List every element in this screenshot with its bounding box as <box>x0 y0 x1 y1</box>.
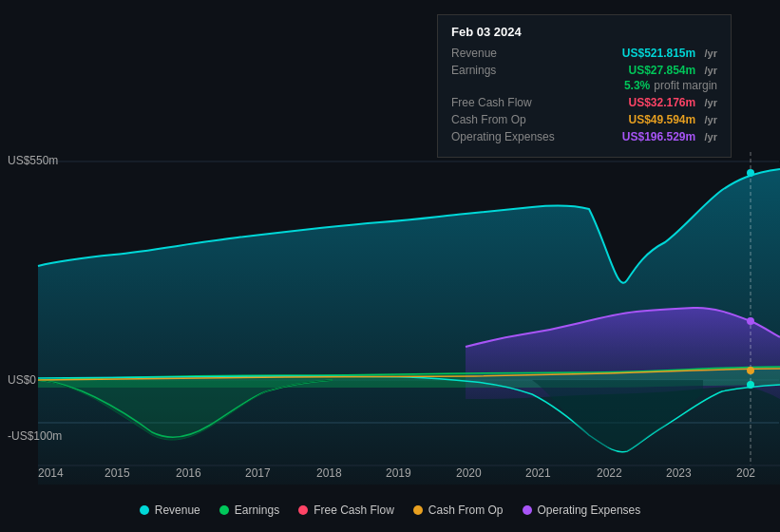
tooltip-row-earnings: Earnings US$27.854m /yr <box>451 64 717 77</box>
profit-margin-row: 5.3% profit margin <box>451 79 717 92</box>
legend-item-cashfromop[interactable]: Cash From Op <box>413 504 504 517</box>
chart-legend: Revenue Earnings Free Cash Flow Cash Fro… <box>0 504 780 517</box>
y-label-bot: -US$100m <box>8 429 62 443</box>
tooltip-label-fcf: Free Cash Flow <box>451 96 565 109</box>
tooltip-value-revenue: US$521.815m /yr <box>622 47 717 60</box>
legend-item-revenue[interactable]: Revenue <box>140 504 200 517</box>
legend-item-fcf[interactable]: Free Cash Flow <box>298 504 394 517</box>
legend-label-earnings: Earnings <box>235 504 279 517</box>
x-label-2024: 202 <box>736 466 755 480</box>
y-label-top: US$550m <box>8 154 58 167</box>
chart-container: US$550m US$0 -US$100m 2014 2015 2016 201… <box>0 0 780 532</box>
tooltip-label-revenue: Revenue <box>451 47 565 60</box>
tooltip-value-fcf: US$32.176m /yr <box>628 96 717 109</box>
x-label-2014: 2014 <box>38 466 64 480</box>
svg-point-5 <box>747 169 754 177</box>
x-label-2017: 2017 <box>245 466 271 480</box>
x-label-2023: 2023 <box>666 466 692 480</box>
tooltip-row-opexp: Operating Expenses US$196.529m /yr <box>451 130 717 143</box>
svg-point-6 <box>747 317 754 325</box>
legend-label-opexp: Operating Expenses <box>538 504 641 517</box>
legend-dot-revenue <box>140 505 149 515</box>
profit-margin-label: profit margin <box>654 79 717 92</box>
legend-label-fcf: Free Cash Flow <box>314 504 394 517</box>
tooltip-value-opexp: US$196.529m /yr <box>622 130 717 143</box>
tooltip-date: Feb 03 2024 <box>451 25 717 39</box>
x-label-2020: 2020 <box>456 466 482 480</box>
legend-label-revenue: Revenue <box>155 504 200 517</box>
tooltip-row-revenue: Revenue US$521.815m /yr <box>451 47 717 60</box>
legend-label-cashfromop: Cash From Op <box>428 504 504 517</box>
tooltip-value-cashfromop: US$49.594m /yr <box>628 113 717 126</box>
x-label-2022: 2022 <box>597 466 622 480</box>
x-label-2018: 2018 <box>316 466 342 480</box>
tooltip-label-opexp: Operating Expenses <box>451 130 565 143</box>
tooltip-value-earnings: US$27.854m /yr <box>628 64 717 77</box>
tooltip-label-cashfromop: Cash From Op <box>451 113 565 126</box>
x-label-2019: 2019 <box>386 466 411 480</box>
legend-item-opexp[interactable]: Operating Expenses <box>523 504 641 517</box>
legend-dot-opexp <box>523 505 532 515</box>
tooltip-label-earnings: Earnings <box>451 64 565 77</box>
tooltip-box: Feb 03 2024 Revenue US$521.815m /yr Earn… <box>437 14 732 158</box>
x-label-2015: 2015 <box>105 466 130 480</box>
legend-dot-earnings <box>219 505 229 515</box>
x-label-2016: 2016 <box>176 466 201 480</box>
tooltip-row-fcf: Free Cash Flow US$32.176m /yr <box>451 96 717 109</box>
legend-dot-cashfromop <box>413 505 423 515</box>
svg-point-7 <box>747 367 754 374</box>
tooltip-row-cashfromop: Cash From Op US$49.594m /yr <box>451 113 717 126</box>
svg-point-8 <box>747 381 754 389</box>
y-label-mid: US$0 <box>8 373 36 387</box>
profit-margin-value: 5.3% <box>624 79 650 92</box>
x-label-2021: 2021 <box>525 466 551 480</box>
legend-dot-fcf <box>298 505 308 515</box>
legend-item-earnings[interactable]: Earnings <box>219 504 279 517</box>
